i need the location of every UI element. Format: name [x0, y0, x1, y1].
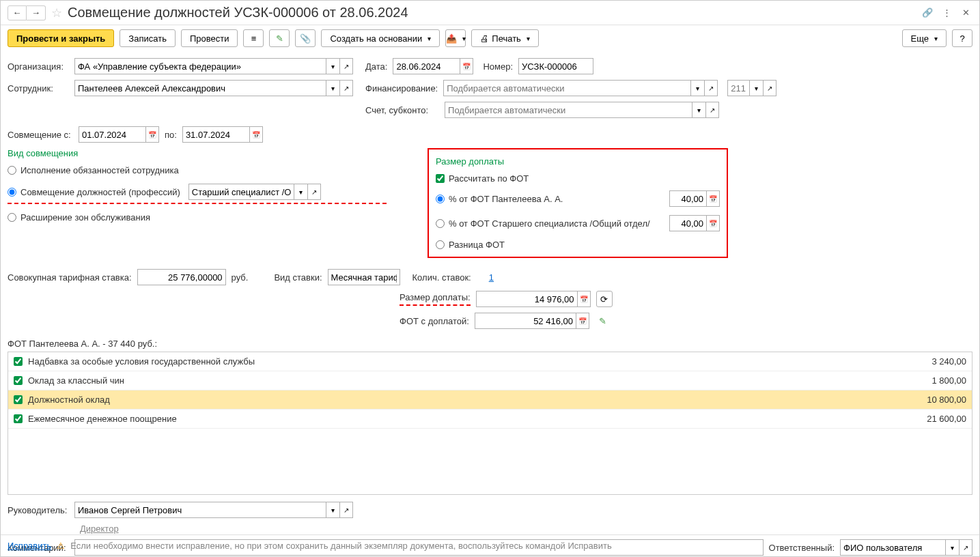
payment-size-input[interactable]: [476, 291, 577, 307]
employee-label: Сотрудник:: [8, 83, 69, 94]
fot-with-calc-icon[interactable]: [576, 313, 589, 329]
table-row[interactable]: Оклад за классный чин1 800,00: [8, 371, 972, 390]
help-button[interactable]: ?: [952, 29, 972, 47]
manager-open-icon[interactable]: ↗: [339, 502, 353, 518]
edit-fot-icon[interactable]: ✎: [599, 316, 606, 326]
financing-dropdown-icon[interactable]: ▾: [690, 80, 704, 96]
stakes-label: Колич. ставок:: [412, 272, 471, 283]
correct-link[interactable]: Исправить: [8, 541, 51, 551]
percent-employee-input[interactable]: [669, 190, 706, 207]
manager-position-link[interactable]: Директор: [80, 524, 119, 534]
manager-input[interactable]: [74, 502, 326, 518]
percent-position-input[interactable]: [669, 215, 706, 231]
table-row[interactable]: Должностной оклад10 800,00: [8, 390, 972, 410]
position-dropdown-icon[interactable]: ▾: [294, 184, 307, 200]
financing-input[interactable]: [443, 80, 690, 96]
date-calendar-icon[interactable]: [460, 58, 473, 74]
row-checkbox[interactable]: [14, 357, 23, 366]
position-open-icon[interactable]: ↗: [307, 184, 321, 200]
row-checkbox[interactable]: [14, 414, 23, 423]
financing-code-input[interactable]: [727, 80, 749, 96]
employee-dropdown-icon[interactable]: ▾: [326, 80, 339, 96]
combination-type-header: Вид совмещения: [8, 148, 387, 158]
link-icon[interactable]: 🔗: [921, 6, 934, 20]
number-input[interactable]: [518, 58, 593, 74]
row-value: 3 240,00: [932, 356, 966, 367]
row-name: Надбавка за особые условия государственн…: [28, 356, 255, 367]
warning-icon: ⚠: [57, 541, 65, 551]
position-input[interactable]: [188, 184, 294, 200]
org-label: Организация:: [8, 61, 69, 72]
post-button[interactable]: Провести: [181, 29, 238, 47]
write-button[interactable]: Записать: [120, 29, 176, 47]
structure-icon-button[interactable]: ≡: [243, 29, 264, 47]
radio-percent-employee[interactable]: [436, 195, 445, 203]
total-rate-input[interactable]: [137, 269, 226, 285]
row-checkbox[interactable]: [14, 376, 23, 385]
combine-from-input[interactable]: [79, 126, 145, 143]
radio-fot-diff[interactable]: Разница ФОТ: [436, 240, 720, 250]
account-input[interactable]: [445, 102, 692, 118]
combine-to-calendar-icon[interactable]: [249, 126, 263, 143]
nav-forward-button[interactable]: →: [27, 5, 46, 20]
favorite-star-icon[interactable]: ☆: [51, 5, 62, 20]
rate-type-label: Вид ставки:: [274, 272, 322, 283]
post-and-close-button[interactable]: Провести и закрыть: [8, 29, 114, 47]
account-label: Счет, субконто:: [365, 105, 428, 115]
row-name: Должностной оклад: [28, 395, 110, 405]
org-input[interactable]: [74, 58, 326, 74]
radio-positions[interactable]: [8, 188, 16, 197]
row-name: Ежемесячное денежное поощрение: [28, 414, 177, 424]
date-input[interactable]: [393, 58, 460, 74]
number-label: Номер:: [483, 61, 513, 72]
financing-code-dropdown-icon[interactable]: ▾: [749, 80, 763, 96]
fot-table: Надбавка за особые условия государственн…: [8, 352, 972, 495]
org-open-icon[interactable]: ↗: [339, 58, 353, 74]
edit-icon-button[interactable]: ✎: [269, 29, 290, 47]
employee-input[interactable]: [74, 80, 326, 96]
nav-back-button[interactable]: ←: [8, 5, 27, 20]
attach-icon-button[interactable]: 📎: [295, 29, 316, 47]
stakes-link[interactable]: 1: [489, 272, 494, 283]
row-value: 1 800,00: [932, 375, 966, 386]
combine-from-label: Совмещение с:: [8, 130, 73, 140]
employee-open-icon[interactable]: ↗: [339, 80, 353, 96]
percent-employee-calc-icon[interactable]: [706, 190, 720, 207]
footer-bar: Исправить ⚠ Если необходимо внести испра…: [1, 534, 979, 556]
payment-size-calc-icon[interactable]: [577, 291, 591, 307]
payment-size-label: Размер доплаты:: [400, 292, 471, 306]
create-based-button[interactable]: Создать на основании: [321, 29, 440, 47]
rate-type-input[interactable]: [328, 269, 400, 285]
titlebar: ← → ☆ Совмещение должностей УСЗК-000006 …: [1, 1, 979, 25]
more-button[interactable]: Еще: [902, 29, 947, 47]
warning-text: Если необходимо внести исправление, но п…: [70, 541, 611, 551]
table-row[interactable]: Надбавка за особые условия государственн…: [8, 352, 972, 371]
financing-code-open-icon[interactable]: ↗: [763, 80, 776, 96]
fot-with-label: ФОТ с доплатой:: [400, 316, 469, 326]
account-dropdown-icon[interactable]: ▾: [692, 102, 705, 118]
radio-zones[interactable]: Расширение зон обслуживания: [8, 212, 387, 223]
row-checkbox[interactable]: [14, 395, 23, 404]
window-title: Совмещение должностей УСЗК-000006 от 28.…: [68, 5, 408, 20]
combine-to-input[interactable]: [182, 126, 249, 143]
manager-dropdown-icon[interactable]: ▾: [326, 502, 339, 518]
radio-duties[interactable]: Исполнение обязанностей сотрудника: [8, 165, 387, 175]
rub-label: руб.: [232, 272, 249, 283]
export-icon-button[interactable]: 📤: [445, 29, 466, 47]
table-row[interactable]: Ежемесячное денежное поощрение21 600,00: [8, 410, 972, 429]
payment-size-header: Размер доплаты: [436, 156, 720, 167]
combine-from-calendar-icon[interactable]: [145, 126, 159, 143]
percent-position-calc-icon[interactable]: [706, 215, 720, 231]
fot-table-header: ФОТ Пантелеева А. А. - 37 440 руб.:: [8, 336, 972, 352]
close-icon[interactable]: ✕: [959, 6, 972, 20]
radio-percent-position[interactable]: [436, 219, 445, 228]
toolbar: Провести и закрыть Записать Провести ≡ ✎…: [1, 25, 979, 51]
print-button[interactable]: 🖨 Печать: [471, 29, 539, 47]
fot-with-input[interactable]: [475, 313, 576, 329]
account-open-icon[interactable]: ↗: [705, 102, 719, 118]
kebab-menu-icon[interactable]: ⋮: [940, 6, 953, 20]
refresh-button[interactable]: ⟳: [596, 291, 613, 307]
calc-by-fot-checkbox[interactable]: Рассчитать по ФОТ: [436, 173, 720, 184]
org-dropdown-icon[interactable]: ▾: [326, 58, 339, 74]
financing-open-icon[interactable]: ↗: [704, 80, 718, 96]
